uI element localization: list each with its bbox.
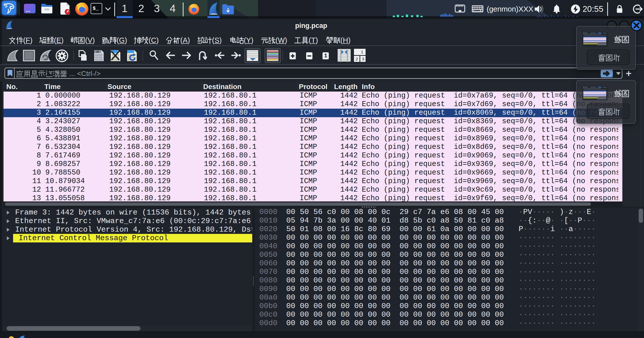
svg-text:1: 1 xyxy=(361,50,363,55)
svg-text:01110: 01110 xyxy=(95,58,102,61)
svg-text:3: 3 xyxy=(362,57,364,62)
svg-text:2: 2 xyxy=(355,57,358,62)
